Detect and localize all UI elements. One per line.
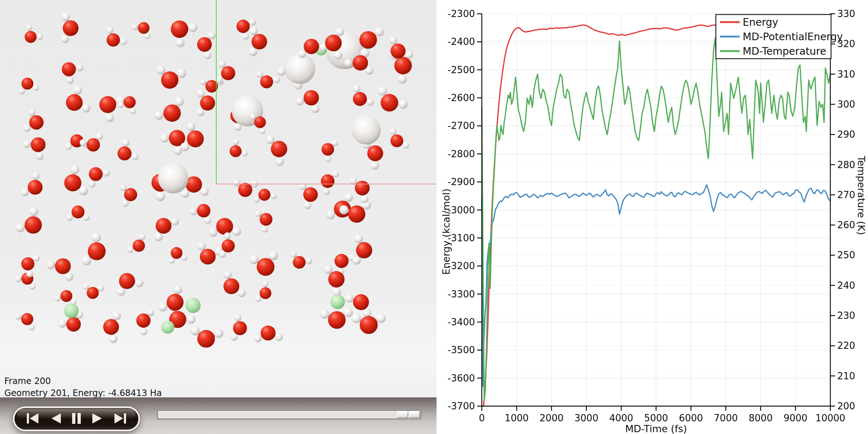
play-button[interactable] (92, 412, 103, 426)
slider-increment-button[interactable] (409, 411, 420, 418)
svg-text:230: 230 (837, 310, 855, 321)
play-icon (92, 412, 103, 426)
svg-text:310: 310 (837, 69, 855, 80)
svg-text:240: 240 (837, 280, 855, 291)
svg-text:8000: 8000 (749, 413, 773, 423)
svg-text:250: 250 (837, 250, 855, 260)
svg-text:3000: 3000 (575, 413, 598, 423)
svg-text:0: 0 (479, 413, 485, 423)
legend-label-3: MD-Temperature (743, 45, 826, 57)
svg-text:2000: 2000 (539, 413, 563, 423)
viewport-x-axis-line (216, 184, 437, 184)
skip-end-icon (113, 412, 128, 426)
svg-text:6000: 6000 (679, 413, 703, 423)
svg-text:-2900: -2900 (447, 176, 475, 187)
molecule-scene (0, 0, 437, 397)
playback-controls (13, 406, 140, 431)
previous-icon (50, 412, 62, 426)
svg-text:260: 260 (837, 220, 855, 230)
svg-text:9000: 9000 (784, 413, 808, 423)
svg-text:-2300: -2300 (447, 8, 475, 19)
svg-text:-2400: -2400 (447, 36, 475, 47)
frame-status: Frame 200 Geometry 201, Energy: -4.68413… (4, 375, 162, 399)
svg-text:-3600: -3600 (447, 373, 475, 384)
svg-text:-3700: -3700 (447, 401, 475, 412)
svg-text:200: 200 (837, 401, 855, 412)
legend-label-1: Energy (743, 16, 778, 28)
x-axis-title: MD-Time (fs) (625, 423, 687, 434)
svg-text:5000: 5000 (644, 413, 668, 423)
md-plot-panel: -2300-2400-2500-2600-2700-2800-2900-3000… (437, 0, 868, 434)
axes: -2300-2400-2500-2600-2700-2800-2900-3000… (441, 8, 867, 434)
right-axis-title: Temperature (K) (856, 155, 867, 235)
svg-text:220: 220 (837, 340, 855, 351)
molecule-viewport[interactable]: Frame 200 Geometry 201, Energy: -4.68413… (0, 0, 437, 397)
slider-decrement-button[interactable] (397, 411, 408, 418)
frame-slider[interactable] (157, 410, 421, 420)
svg-text:1000: 1000 (505, 413, 529, 423)
svg-text:330: 330 (837, 8, 855, 19)
svg-text:-2500: -2500 (447, 64, 475, 75)
svg-text:210: 210 (837, 371, 855, 381)
svg-text:10000: 10000 (815, 413, 846, 423)
pause-button[interactable] (71, 412, 82, 426)
gridlines (482, 14, 830, 406)
left-axis-title: Energy (kcal/mol) (441, 188, 452, 275)
legend-label-2: MD-PotentialEnergy (743, 31, 843, 43)
skip-end-button[interactable] (113, 412, 128, 426)
md-plot: -2300-2400-2500-2600-2700-2800-2900-3000… (437, 0, 868, 434)
viewport-y-axis-line (216, 0, 217, 184)
legend: EnergyMD-PotentialEnergyMD-Temperature (716, 14, 843, 59)
svg-text:-3400: -3400 (447, 317, 475, 327)
skip-start-button[interactable] (25, 412, 40, 426)
svg-text:-2700: -2700 (447, 120, 475, 131)
svg-text:-2600: -2600 (447, 92, 475, 103)
svg-text:7000: 7000 (714, 413, 738, 423)
svg-text:-2800: -2800 (447, 149, 475, 159)
svg-text:290: 290 (837, 129, 855, 140)
solute-spheres (158, 31, 381, 193)
svg-text:280: 280 (837, 159, 855, 170)
svg-text:-3500: -3500 (447, 345, 475, 355)
svg-text:300: 300 (837, 99, 855, 110)
svg-text:270: 270 (837, 189, 855, 200)
previous-frame-button[interactable] (50, 412, 62, 426)
svg-text:4000: 4000 (609, 413, 633, 423)
svg-text:-3300: -3300 (447, 289, 475, 300)
pause-icon (71, 412, 82, 426)
skip-start-icon (25, 412, 40, 426)
frame-label: Frame 200 (4, 375, 162, 387)
